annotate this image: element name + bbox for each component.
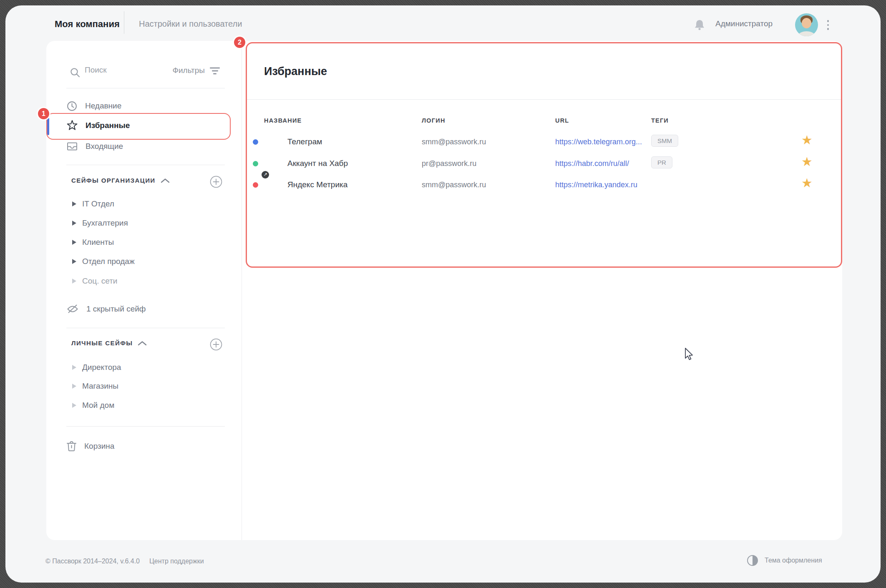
safe-label: Соц. сети [82,276,117,286]
search-box[interactable]: Фильтры [66,64,226,81]
sidebar-divider [242,41,242,540]
filter-icon [210,67,220,75]
favorites-panel: Избранные НАЗВАНИЕ ЛОГИН URL ТЕГИ Телегр… [246,42,841,266]
copyright-text: © Пассворк 2014–2024, v.6.4.0 [45,558,140,565]
add-org-safe-button[interactable] [210,176,222,188]
record-login: pr@passwork.ru [422,159,476,168]
record-url[interactable]: https://habr.com/ru/all/ [555,159,629,168]
support-link[interactable]: Центр поддержки [149,558,204,565]
record-url[interactable]: https://metrika.yandex.ru [555,181,637,189]
clock-icon [66,101,78,112]
divider [66,426,225,427]
tag-chip[interactable]: SMM [651,135,678,147]
record-name: Телеграм [287,137,322,146]
credential-row[interactable]: Телеграм smm@passwork.ru https://web.tel… [246,132,841,152]
favorite-star-icon[interactable]: ★ [801,156,813,168]
sidebar-item-label: Избранные [86,121,130,130]
tab-my-company[interactable]: Моя компания [55,19,120,30]
habr-icon [263,156,279,171]
user-role-label[interactable]: Администратор [715,19,773,28]
expand-triangle-icon[interactable] [72,384,76,389]
hidden-safe-label: 1 скрытый сейф [86,304,146,314]
content-card: Фильтры Недавние Избранные [46,41,842,540]
safe-my-home[interactable]: Мой дом [72,401,114,410]
active-item-accent [47,118,49,135]
avatar[interactable] [795,13,818,36]
col-header-login: ЛОГИН [422,117,446,124]
expand-triangle-icon[interactable] [72,403,76,408]
telegram-icon [263,134,279,150]
favorite-star-icon[interactable]: ★ [801,134,813,146]
theme-label: Тема оформления [765,557,822,564]
sidebar-item-recent[interactable]: Недавние [66,98,226,114]
expand-triangle-icon[interactable] [72,240,76,245]
hidden-safe-item[interactable]: 1 скрытый сейф [66,301,226,317]
personal-safes-title: ЛИЧНЫЕ СЕЙФЫ [71,339,133,347]
expand-triangle-icon[interactable] [72,365,76,370]
col-header-url: URL [555,117,569,124]
trash-label: Корзина [84,442,114,451]
sidebar-item-favorites[interactable]: Избранные [66,117,226,134]
record-name: Аккаунт на Хабр [287,159,348,168]
filters-button[interactable]: Фильтры [173,66,220,75]
trash-item[interactable]: Корзина [66,438,226,455]
safe-it-department[interactable]: IT Отдел [72,199,114,209]
safe-social[interactable]: Соц. сети [72,276,117,286]
credential-row[interactable]: Аккаунт на Хабр pr@passwork.ru https://h… [246,154,841,174]
divider [246,99,841,100]
sidebar-item-label: Входящие [86,142,123,151]
contrast-icon [747,555,758,566]
tab-settings-users[interactable]: Настройки и пользователи [139,19,242,29]
filters-label: Фильтры [173,66,205,75]
notifications-bell-icon[interactable] [693,18,706,31]
chevron-up-icon [138,341,147,346]
safe-label: IT Отдел [82,199,114,209]
record-login: smm@passwork.ru [422,138,486,146]
avatar-face [802,18,811,28]
chevron-up-icon [161,178,170,183]
safe-label: Клиенты [82,238,114,247]
expand-triangle-icon[interactable] [72,201,76,206]
record-login: smm@passwork.ru [422,181,486,189]
color-dot [253,139,258,145]
org-safes-title: СЕЙФЫ ОРГАНИЗАЦИИ [71,177,156,184]
record-name: Яндекс Метрика [287,180,347,189]
top-bar: Моя компания Настройки и пользователи Ад… [5,5,881,41]
sidebar-item-inbox[interactable]: Входящие [66,138,226,155]
kebab-menu-icon[interactable] [824,17,832,33]
safe-directors[interactable]: Директора [72,363,121,372]
theme-toggle[interactable]: Тема оформления [747,555,822,566]
favorite-star-icon[interactable]: ★ [801,177,813,189]
tag-chip[interactable]: PR [651,156,672,168]
personal-safes-header[interactable]: ЛИЧНЫЕ СЕЙФЫ [71,339,147,347]
safe-label: Мой дом [82,401,114,410]
expand-triangle-icon[interactable] [72,279,76,284]
divider [66,165,225,165]
record-url[interactable]: https://web.telegram.org... [555,138,642,146]
divider [66,88,225,88]
eye-off-icon [66,304,79,314]
col-header-tags: ТЕГИ [651,117,669,124]
expand-triangle-icon[interactable] [72,259,76,264]
color-dot [253,161,258,166]
add-personal-safe-button[interactable] [210,338,222,351]
metrika-arrow-badge: ↗ [262,171,269,178]
footer: © Пассворк 2014–2024, v.6.4.0 Центр подд… [5,545,881,583]
search-input[interactable] [84,65,161,75]
star-icon [66,120,78,131]
expand-triangle-icon[interactable] [72,221,76,226]
safe-sales[interactable]: Отдел продаж [72,257,135,266]
org-safes-header[interactable]: СЕЙФЫ ОРГАНИЗАЦИИ [71,177,170,184]
inbox-icon [66,141,78,152]
trash-icon [66,440,77,452]
page-title: Избранные [264,65,327,78]
avatar-shirt [798,31,815,36]
safe-label: Магазины [82,382,118,391]
safe-accounting[interactable]: Бухгалтерия [72,219,128,228]
safe-shops[interactable]: Магазины [72,382,118,391]
credential-row[interactable]: ↗ Яндекс Метрика smm@passwork.ru https:/… [246,175,841,195]
sidebar-item-label: Недавние [85,101,121,111]
safe-clients[interactable]: Клиенты [72,238,114,247]
search-icon [70,67,81,80]
safe-label: Директора [82,363,121,372]
